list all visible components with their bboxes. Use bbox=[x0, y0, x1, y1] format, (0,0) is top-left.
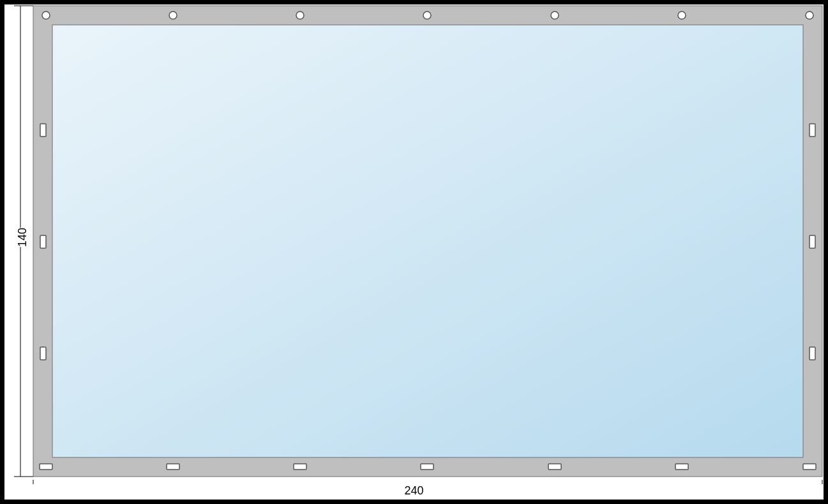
svg-rect-21 bbox=[803, 464, 816, 470]
svg-rect-15 bbox=[40, 464, 52, 470]
svg-point-14 bbox=[806, 11, 813, 19]
svg-rect-27 bbox=[809, 347, 815, 360]
svg-rect-22 bbox=[40, 124, 46, 137]
svg-rect-19 bbox=[548, 464, 561, 470]
svg-rect-25 bbox=[809, 124, 815, 137]
svg-rect-23 bbox=[40, 235, 46, 248]
svg-rect-7 bbox=[52, 25, 803, 457]
svg-point-8 bbox=[42, 11, 50, 19]
svg-rect-20 bbox=[675, 464, 688, 470]
svg-point-13 bbox=[678, 11, 686, 19]
svg-point-10 bbox=[296, 11, 304, 19]
svg-rect-16 bbox=[167, 464, 179, 470]
svg-point-11 bbox=[423, 11, 431, 19]
diagram-svg bbox=[4, 4, 824, 500]
width-label: 240 bbox=[4, 484, 824, 498]
svg-point-12 bbox=[551, 11, 559, 19]
canvas: 140 240 bbox=[0, 0, 828, 504]
svg-rect-26 bbox=[809, 235, 815, 248]
height-label: 140 bbox=[13, 228, 32, 247]
svg-point-9 bbox=[169, 11, 177, 19]
drawing-area: 140 240 bbox=[4, 4, 824, 500]
svg-rect-17 bbox=[294, 464, 306, 470]
panel-frame bbox=[33, 6, 822, 477]
svg-rect-24 bbox=[40, 347, 46, 360]
svg-rect-18 bbox=[421, 464, 433, 470]
